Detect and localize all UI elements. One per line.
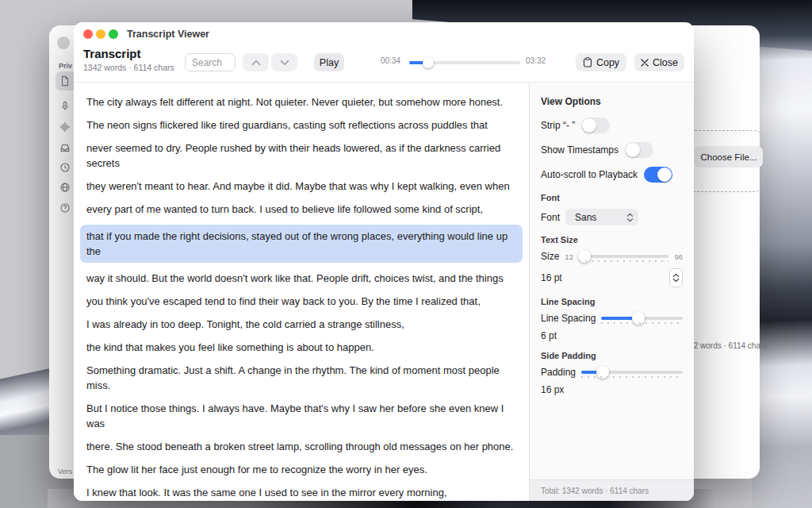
total-stats: Total: 1342 words · 6114 chars <box>541 487 649 495</box>
size-min: 12 <box>565 252 573 261</box>
transcript-paragraph[interactable]: way it should. But the world doesn't wor… <box>86 271 516 286</box>
strip-option-row: Strip “- ” <box>541 117 683 134</box>
size-stepper[interactable] <box>669 268 683 287</box>
play-button[interactable]: Play <box>314 53 344 71</box>
tray-icon[interactable] <box>59 142 71 153</box>
version-label: Vers <box>58 468 72 475</box>
size-max: 96 <box>674 252 683 261</box>
close-traffic-light[interactable] <box>83 29 93 39</box>
padding-value: 16 px <box>541 384 564 395</box>
window-control-dot <box>57 37 70 49</box>
close-button-label: Close <box>653 57 678 68</box>
titlebar: Transcript Viewer <box>74 22 694 46</box>
transcript-paragraph[interactable]: The city always felt different at night.… <box>86 94 516 110</box>
choose-file-button[interactable]: Choose File... <box>695 146 763 167</box>
copy-button[interactable]: Copy <box>576 53 626 71</box>
padding-slider[interactable] <box>581 371 683 374</box>
size-value: 16 pt <box>541 272 562 283</box>
padding-label: Padding <box>541 367 576 378</box>
close-icon <box>641 59 649 67</box>
transcript-paragraph[interactable]: never seemed to dry. People rushed by wi… <box>86 140 516 171</box>
transcript-paragraph[interactable]: But I notice those things. I always have… <box>86 401 516 431</box>
line-spacing-value-row: 6 pt <box>541 330 683 341</box>
strip-toggle[interactable] <box>581 117 610 133</box>
font-label: Font <box>541 212 560 223</box>
transcript-paragraph[interactable]: I was already in too deep. Tonight, the … <box>86 317 516 332</box>
font-select-value: Sans <box>575 212 596 223</box>
close-button[interactable]: Close <box>634 53 684 71</box>
autoscroll-toggle[interactable] <box>644 167 672 183</box>
globe-icon[interactable] <box>59 182 71 193</box>
chevron-up-icon <box>251 60 261 66</box>
toggle-knob <box>582 118 596 133</box>
window-content: The city always felt different at night.… <box>74 83 694 501</box>
wallpaper-ribbons <box>752 0 812 508</box>
size-slider-thumb[interactable] <box>578 250 591 263</box>
help-icon[interactable] <box>59 202 71 214</box>
minimize-traffic-light[interactable] <box>96 29 105 39</box>
font-select[interactable]: Sans <box>565 209 638 225</box>
view-options-panel: View Options Strip “- ” Show Timestamps … <box>529 83 694 501</box>
autoscroll-toggle-label: Auto-scroll to Playback <box>541 169 638 180</box>
time-current: 00:34 <box>381 56 400 65</box>
document-icon[interactable] <box>59 75 71 87</box>
side-padding-section-heading: Side Padding <box>541 351 683 360</box>
line-spacing-value: 6 pt <box>541 330 557 341</box>
toolbar: Transcript 1342 words · 6114 chars Play … <box>74 46 694 83</box>
panel-footer: Total: 1342 words · 6114 chars <box>530 479 694 501</box>
search-next-button[interactable] <box>271 53 297 71</box>
size-value-row: 16 pt <box>541 268 683 287</box>
desktop: Priv Vers Choose File... 1342 words · 61… <box>0 0 812 508</box>
transcript-paragraph[interactable]: The glow lit her face just enough for me… <box>86 462 516 477</box>
transcript-viewer-window: Transcript Viewer Transcript 1342 words … <box>74 22 694 501</box>
autoscroll-option-row: Auto-scroll to Playback <box>541 166 683 183</box>
line-spacing-label: Line Spacing <box>541 313 596 324</box>
playback-slider[interactable] <box>409 61 520 64</box>
time-total: 03:32 <box>526 56 546 65</box>
clipboard-icon <box>583 57 592 67</box>
playback-slider-thumb[interactable] <box>423 57 434 68</box>
size-slider[interactable] <box>579 255 669 258</box>
panel-title: View Options <box>541 96 683 107</box>
microphone-icon[interactable] <box>59 101 71 112</box>
font-section-heading: Font <box>541 193 683 202</box>
zoom-traffic-light[interactable] <box>109 29 118 39</box>
transcript-paragraph[interactable]: every part of me wanted to turn back. I … <box>86 202 516 217</box>
transcript-paragraph[interactable]: the kind that makes you feel like someth… <box>86 340 516 355</box>
transcript-paragraph[interactable]: there. She stood beneath a broken street… <box>86 439 516 454</box>
text-size-row: Size 12 96 <box>541 251 683 262</box>
sidebar-label: Priv <box>59 62 72 70</box>
page-title: Transcript <box>83 47 174 60</box>
transcript-paragraph[interactable]: Something dramatic. Just a shift. A chan… <box>86 363 516 393</box>
toggle-knob <box>657 167 672 182</box>
chevron-down-icon <box>280 60 289 66</box>
transcript-paragraph[interactable]: that if you made the right decisions, st… <box>80 225 523 263</box>
transcript-paragraph[interactable]: The neon signs flickered like tired guar… <box>86 117 516 133</box>
toggle-knob <box>626 143 640 157</box>
clock-icon[interactable] <box>59 162 71 173</box>
transcript-pane[interactable]: The city always felt different at night.… <box>74 83 529 501</box>
strip-toggle-label: Strip “- ” <box>541 120 575 131</box>
word-count-meta: 1342 words · 6114 chars <box>83 63 174 72</box>
transcript-paragraph[interactable]: I knew that look. It was the same one I … <box>86 485 516 500</box>
font-row: Font Sans <box>541 209 683 225</box>
copy-button-label: Copy <box>596 57 619 68</box>
padding-value-row: 16 px <box>541 384 683 395</box>
size-label: Size <box>541 251 559 262</box>
timestamps-option-row: Show Timestamps <box>541 141 683 159</box>
line-spacing-slider-thumb[interactable] <box>632 312 645 325</box>
search-previous-button[interactable] <box>243 53 269 71</box>
side-padding-row: Padding <box>541 367 683 378</box>
transcript-paragraph[interactable]: you think you've escaped tend to find th… <box>86 294 516 309</box>
stepper-down-icon <box>672 278 680 283</box>
search-input[interactable] <box>185 53 236 71</box>
select-chevrons-icon <box>626 213 634 222</box>
transcript-paragraph[interactable]: they weren't meant to hear. And maybe it… <box>86 179 516 194</box>
line-spacing-slider[interactable] <box>601 317 683 320</box>
timestamps-toggle[interactable] <box>625 142 653 158</box>
waveform-icon[interactable] <box>59 121 71 133</box>
window-title: Transcript Viewer <box>127 29 209 40</box>
line-spacing-section-heading: Line Spacing <box>541 297 683 306</box>
text-size-section-heading: Text Size <box>541 235 683 244</box>
padding-slider-thumb[interactable] <box>596 366 609 379</box>
